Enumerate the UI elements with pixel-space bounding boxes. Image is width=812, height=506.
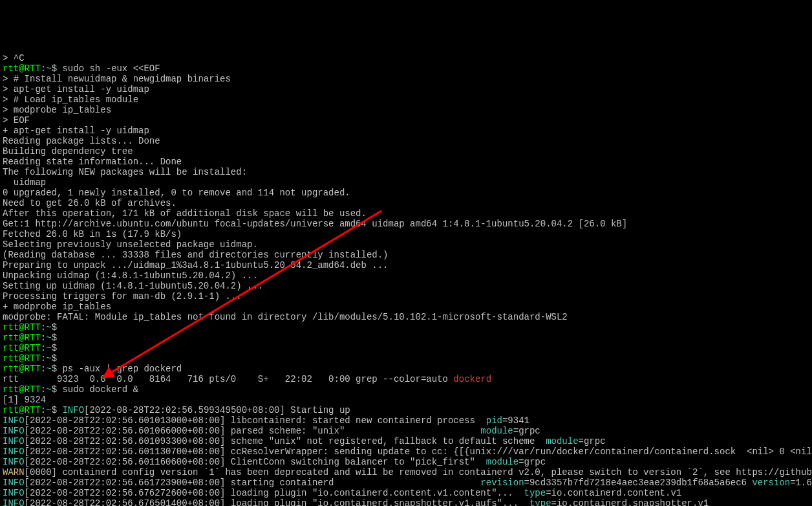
terminal-line: rtt@RTT:~$ (3, 333, 809, 343)
text-segment: ~ (46, 384, 51, 395)
terminal[interactable]: > ^Crtt@RTT:~$ sudo sh -eux <<EOF> # Ins… (0, 31, 812, 506)
terminal-line: rtt@RTT:~$ sudo sh -eux <<EOF (3, 63, 809, 74)
text-segment: rtt@RTT (3, 405, 41, 415)
text-segment: + modprobe ip_tables (3, 302, 111, 312)
terminal-line: Processing triggers for man-db (2.9.1-1)… (3, 291, 809, 302)
text-segment: Setting up uidmap (1:4.8.1-1ubuntu5.20.0… (3, 281, 263, 291)
text-segment: modprobe: FATAL: Module ip_tables not fo… (3, 312, 568, 322)
text-segment: version (752, 478, 790, 488)
text-segment: rtt@RTT (3, 333, 41, 343)
text-segment: rtt@RTT (3, 322, 41, 333)
text-segment: ~ (46, 322, 51, 333)
terminal-line: [1] 9324 (3, 395, 809, 405)
text-segment: $ (52, 333, 57, 343)
text-segment: [1] 9324 (3, 395, 46, 405)
text-segment: : (41, 333, 46, 343)
text-segment: [2022-08-28T22:02:56.601066000+08:00] pa… (25, 426, 481, 436)
terminal-line: 0 upgraded, 1 newly installed, 0 to remo… (3, 188, 809, 198)
text-segment: Selecting previously unselected package … (3, 239, 258, 250)
text-segment: + apt-get install -y uidmap (3, 126, 149, 136)
terminal-line: Setting up uidmap (1:4.8.1-1ubuntu5.20.0… (3, 281, 809, 291)
text-segment: =9341 (502, 415, 529, 426)
terminal-line: > modprobe ip_tables (3, 105, 809, 115)
terminal-line: > EOF (3, 115, 809, 126)
text-segment: INFO (3, 478, 25, 488)
terminal-line: Building dependency tree (3, 146, 809, 157)
text-segment: dockerd (453, 374, 491, 384)
text-segment: Unpacking uidmap (1:4.8.1-1ubuntu5.20.04… (3, 270, 258, 281)
text-segment: INFO (3, 446, 25, 457)
text-segment: $ (52, 322, 57, 333)
terminal-line: + modprobe ip_tables (3, 302, 809, 312)
text-segment: module (486, 457, 518, 467)
text-segment: Reading package lists... Done (3, 136, 160, 146)
text-segment: : (41, 364, 46, 374)
terminal-line: rtt@RTT:~$ ps -aux | grep dockerd (3, 364, 809, 374)
text-segment: rtt@RTT (3, 364, 41, 374)
terminal-line: Need to get 26.0 kB of archives. (3, 198, 809, 208)
text-segment: =grpc (513, 426, 540, 436)
text-segment: > modprobe ip_tables (3, 105, 111, 115)
terminal-line: INFO[2022-08-28T22:02:56.661723900+08:00… (3, 478, 809, 488)
text-segment: revision (480, 478, 524, 488)
terminal-line: rtt@RTT:~$ INFO[2022-08-28T22:02:56.5993… (3, 405, 809, 415)
text-segment: INFO (3, 498, 25, 506)
text-segment: $ (52, 343, 57, 353)
text-segment: rtt 9323 0.0 0.0 8164 716 pts/0 S+ 22:02… (3, 374, 453, 384)
text-segment: > # Load ip_tables module (3, 94, 138, 105)
text-segment: =9cd3357b7fd7218e4aec3eae239db1f68a5a6ec… (524, 478, 753, 488)
text-segment: type (529, 498, 551, 506)
text-segment: [2022-08-28T22:02:56.676272600+08:00] lo… (25, 488, 524, 498)
text-segment: module (480, 426, 513, 436)
terminal-line: INFO[2022-08-28T22:02:56.601066000+08:00… (3, 426, 809, 436)
text-segment: ~ (46, 343, 51, 353)
terminal-line: rtt@RTT:~$ (3, 353, 809, 364)
terminal-line: After this operation, 171 kB of addition… (3, 208, 809, 219)
terminal-line: + apt-get install -y uidmap (3, 126, 809, 136)
text-segment: INFO (3, 426, 25, 436)
text-segment: Preparing to unpack .../uidmap_1%3a4.8.1… (3, 260, 389, 270)
terminal-line: INFO[2022-08-28T22:02:56.601093300+08:00… (3, 436, 809, 446)
text-segment: pid (486, 415, 502, 426)
text-segment: > ^C (3, 53, 25, 63)
terminal-line: Fetched 26.0 kB in 1s (17.9 kB/s) (3, 229, 809, 239)
text-segment: INFO (3, 457, 25, 467)
terminal-line: rtt@RTT:~$ (3, 343, 809, 353)
text-segment: module (546, 436, 578, 446)
text-segment: uidmap (3, 177, 46, 188)
text-segment: [2022-08-28T22:02:56.601160600+08:00] Cl… (25, 457, 486, 467)
terminal-line: uidmap (3, 177, 809, 188)
text-segment: =grpc (518, 457, 546, 467)
terminal-line: > ^C (3, 53, 809, 63)
terminal-line: INFO[2022-08-28T22:02:56.601160600+08:00… (3, 457, 809, 467)
text-segment: =io.containerd.snapshotter.v1 (551, 498, 709, 506)
text-segment: rtt@RTT (3, 343, 41, 353)
terminal-line: Unpacking uidmap (1:4.8.1-1ubuntu5.20.04… (3, 270, 809, 281)
terminal-line: > # Load ip_tables module (3, 94, 809, 105)
terminal-line: > apt-get install -y uidmap (3, 84, 809, 94)
text-segment: INFO (3, 436, 25, 446)
terminal-line: Selecting previously unselected package … (3, 239, 809, 250)
text-segment: [2022-08-28T22:02:56.599349500+08:00] St… (84, 405, 350, 415)
text-segment: [2022-08-28T22:02:56.661723900+08:00] st… (25, 478, 481, 488)
text-segment: (Reading database ... 33338 files and di… (3, 250, 389, 260)
text-segment: ~ (46, 405, 51, 415)
text-segment: : (41, 384, 46, 395)
terminal-line: INFO[2022-08-28T22:02:56.676501400+08:00… (3, 498, 809, 506)
text-segment: INFO (62, 405, 84, 415)
terminal-line: rtt@RTT:~$ (3, 322, 809, 333)
text-segment: $ sudo dockerd & (52, 384, 138, 395)
text-segment: > EOF (3, 115, 30, 126)
text-segment: INFO (3, 415, 25, 426)
text-segment: rtt@RTT (3, 63, 41, 74)
text-segment: [2022-08-28T22:02:56.601130700+08:00] cc… (25, 446, 812, 457)
terminal-line: > # Install newuidmap & newgidmap binari… (3, 74, 809, 84)
text-segment: $ sudo sh -eux <<EOF (52, 63, 160, 74)
text-segment: type (524, 488, 546, 498)
text-segment: =grpc (579, 436, 606, 446)
text-segment: $ (52, 405, 63, 415)
text-segment: : (41, 63, 46, 74)
terminal-line: Get:1 http://archive.ubuntu.com/ubuntu f… (3, 219, 809, 229)
terminal-line: WARN[0000] containerd config version `1`… (3, 467, 809, 478)
text-segment: Need to get 26.0 kB of archives. (3, 198, 176, 208)
